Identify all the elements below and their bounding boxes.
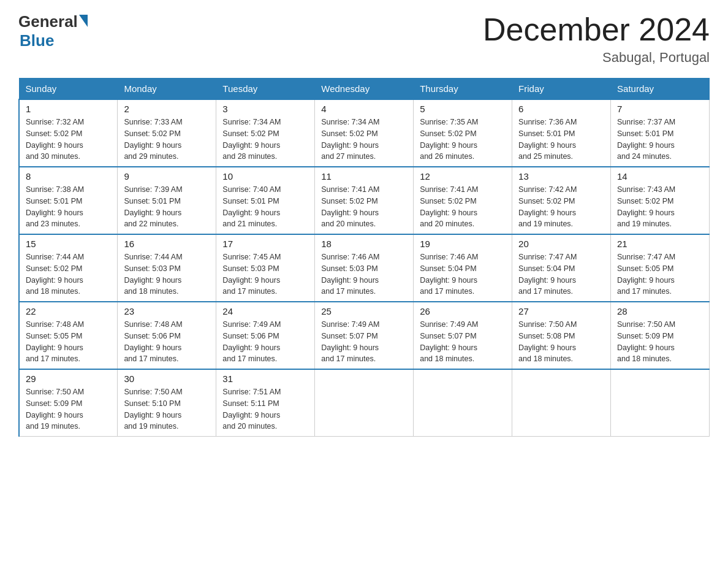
- day-cell-10: 10Sunrise: 7:40 AMSunset: 5:01 PMDayligh…: [216, 167, 315, 234]
- day-info: Sunrise: 7:34 AMSunset: 5:02 PMDaylight:…: [321, 117, 407, 163]
- day-cell-16: 16Sunrise: 7:44 AMSunset: 5:03 PMDayligh…: [118, 234, 216, 302]
- day-number: 16: [124, 239, 210, 249]
- day-cell-11: 11Sunrise: 7:41 AMSunset: 5:02 PMDayligh…: [315, 167, 414, 234]
- header-row: SundayMondayTuesdayWednesdayThursdayFrid…: [19, 79, 710, 100]
- day-cell-30: 30Sunrise: 7:50 AMSunset: 5:10 PMDayligh…: [118, 369, 216, 437]
- day-cell-8: 8Sunrise: 7:38 AMSunset: 5:01 PMDaylight…: [19, 167, 118, 234]
- day-number: 22: [26, 306, 111, 316]
- day-number: 24: [222, 306, 308, 316]
- day-cell-2: 2Sunrise: 7:33 AMSunset: 5:02 PMDaylight…: [118, 99, 216, 167]
- day-info: Sunrise: 7:50 AMSunset: 5:09 PMDaylight:…: [26, 386, 111, 432]
- day-info: Sunrise: 7:33 AMSunset: 5:02 PMDaylight:…: [124, 117, 210, 163]
- day-cell-19: 19Sunrise: 7:46 AMSunset: 5:04 PMDayligh…: [414, 234, 512, 302]
- day-cell-25: 25Sunrise: 7:49 AMSunset: 5:07 PMDayligh…: [315, 302, 414, 369]
- day-number: 28: [617, 306, 703, 316]
- page-header: General Blue December 2024 Sabugal, Port…: [18, 12, 710, 66]
- day-info: Sunrise: 7:43 AMSunset: 5:02 PMDaylight:…: [617, 184, 703, 230]
- day-cell-12: 12Sunrise: 7:41 AMSunset: 5:02 PMDayligh…: [414, 167, 512, 234]
- day-cell-22: 22Sunrise: 7:48 AMSunset: 5:05 PMDayligh…: [19, 302, 118, 369]
- logo: General Blue: [18, 12, 88, 50]
- day-info: Sunrise: 7:36 AMSunset: 5:01 PMDaylight:…: [518, 117, 604, 163]
- day-info: Sunrise: 7:50 AMSunset: 5:09 PMDaylight:…: [617, 319, 703, 365]
- day-cell-6: 6Sunrise: 7:36 AMSunset: 5:01 PMDaylight…: [512, 99, 611, 167]
- empty-cell: [414, 369, 512, 437]
- day-number: 4: [321, 104, 407, 114]
- day-cell-28: 28Sunrise: 7:50 AMSunset: 5:09 PMDayligh…: [611, 302, 710, 369]
- day-info: Sunrise: 7:32 AMSunset: 5:02 PMDaylight:…: [26, 117, 111, 163]
- calendar-table: SundayMondayTuesdayWednesdayThursdayFrid…: [18, 78, 710, 437]
- week-row-4: 22Sunrise: 7:48 AMSunset: 5:05 PMDayligh…: [19, 302, 710, 369]
- day-info: Sunrise: 7:41 AMSunset: 5:02 PMDaylight:…: [321, 184, 407, 230]
- day-cell-18: 18Sunrise: 7:46 AMSunset: 5:03 PMDayligh…: [315, 234, 414, 302]
- day-info: Sunrise: 7:37 AMSunset: 5:01 PMDaylight:…: [617, 117, 703, 163]
- week-row-3: 15Sunrise: 7:44 AMSunset: 5:02 PMDayligh…: [19, 234, 710, 302]
- day-number: 12: [420, 171, 506, 182]
- logo-triangle-icon: [79, 15, 88, 27]
- day-info: Sunrise: 7:44 AMSunset: 5:03 PMDaylight:…: [124, 251, 210, 297]
- day-number: 27: [518, 306, 604, 316]
- location-subtitle: Sabugal, Portugal: [483, 50, 710, 66]
- day-number: 25: [321, 306, 407, 316]
- day-number: 31: [222, 373, 308, 384]
- day-number: 29: [26, 373, 111, 384]
- day-number: 21: [617, 239, 703, 249]
- day-info: Sunrise: 7:35 AMSunset: 5:02 PMDaylight:…: [420, 117, 506, 163]
- week-row-5: 29Sunrise: 7:50 AMSunset: 5:09 PMDayligh…: [19, 369, 710, 437]
- header-tuesday: Tuesday: [216, 79, 315, 100]
- header-saturday: Saturday: [611, 79, 710, 100]
- logo-general-text: General: [18, 12, 78, 31]
- day-info: Sunrise: 7:51 AMSunset: 5:11 PMDaylight:…: [222, 386, 308, 432]
- empty-cell: [315, 369, 414, 437]
- day-cell-7: 7Sunrise: 7:37 AMSunset: 5:01 PMDaylight…: [611, 99, 710, 167]
- day-info: Sunrise: 7:40 AMSunset: 5:01 PMDaylight:…: [222, 184, 308, 230]
- day-info: Sunrise: 7:34 AMSunset: 5:02 PMDaylight:…: [222, 117, 308, 163]
- day-cell-27: 27Sunrise: 7:50 AMSunset: 5:08 PMDayligh…: [512, 302, 611, 369]
- logo-blue-text: Blue: [20, 31, 54, 50]
- day-info: Sunrise: 7:46 AMSunset: 5:04 PMDaylight:…: [420, 251, 506, 297]
- day-number: 15: [26, 239, 111, 249]
- header-friday: Friday: [512, 79, 611, 100]
- month-year-title: December 2024: [483, 12, 710, 47]
- day-info: Sunrise: 7:49 AMSunset: 5:06 PMDaylight:…: [222, 319, 308, 365]
- day-cell-3: 3Sunrise: 7:34 AMSunset: 5:02 PMDaylight…: [216, 99, 315, 167]
- day-number: 7: [617, 104, 703, 114]
- day-number: 8: [26, 171, 111, 182]
- header-monday: Monday: [118, 79, 216, 100]
- day-number: 11: [321, 171, 407, 182]
- day-info: Sunrise: 7:39 AMSunset: 5:01 PMDaylight:…: [124, 184, 210, 230]
- day-cell-20: 20Sunrise: 7:47 AMSunset: 5:04 PMDayligh…: [512, 234, 611, 302]
- day-info: Sunrise: 7:47 AMSunset: 5:04 PMDaylight:…: [518, 251, 604, 297]
- week-row-2: 8Sunrise: 7:38 AMSunset: 5:01 PMDaylight…: [19, 167, 710, 234]
- day-number: 17: [222, 239, 308, 249]
- day-number: 5: [420, 104, 506, 114]
- day-number: 23: [124, 306, 210, 316]
- day-number: 2: [124, 104, 210, 114]
- week-row-1: 1Sunrise: 7:32 AMSunset: 5:02 PMDaylight…: [19, 99, 710, 167]
- day-info: Sunrise: 7:44 AMSunset: 5:02 PMDaylight:…: [26, 251, 111, 297]
- day-number: 26: [420, 306, 506, 316]
- day-number: 19: [420, 239, 506, 249]
- day-info: Sunrise: 7:50 AMSunset: 5:08 PMDaylight:…: [518, 319, 604, 365]
- day-cell-23: 23Sunrise: 7:48 AMSunset: 5:06 PMDayligh…: [118, 302, 216, 369]
- day-number: 6: [518, 104, 604, 114]
- day-info: Sunrise: 7:46 AMSunset: 5:03 PMDaylight:…: [321, 251, 407, 297]
- day-number: 30: [124, 373, 210, 384]
- empty-cell: [611, 369, 710, 437]
- header-wednesday: Wednesday: [315, 79, 414, 100]
- day-cell-21: 21Sunrise: 7:47 AMSunset: 5:05 PMDayligh…: [611, 234, 710, 302]
- day-cell-1: 1Sunrise: 7:32 AMSunset: 5:02 PMDaylight…: [19, 99, 118, 167]
- day-info: Sunrise: 7:38 AMSunset: 5:01 PMDaylight:…: [26, 184, 111, 230]
- header-sunday: Sunday: [19, 79, 118, 100]
- title-area: December 2024 Sabugal, Portugal: [483, 12, 710, 66]
- day-info: Sunrise: 7:48 AMSunset: 5:05 PMDaylight:…: [26, 319, 111, 365]
- day-cell-9: 9Sunrise: 7:39 AMSunset: 5:01 PMDaylight…: [118, 167, 216, 234]
- header-thursday: Thursday: [414, 79, 512, 100]
- day-info: Sunrise: 7:47 AMSunset: 5:05 PMDaylight:…: [617, 251, 703, 297]
- day-number: 14: [617, 171, 703, 182]
- day-info: Sunrise: 7:42 AMSunset: 5:02 PMDaylight:…: [518, 184, 604, 230]
- day-number: 20: [518, 239, 604, 249]
- day-info: Sunrise: 7:48 AMSunset: 5:06 PMDaylight:…: [124, 319, 210, 365]
- day-info: Sunrise: 7:45 AMSunset: 5:03 PMDaylight:…: [222, 251, 308, 297]
- day-number: 9: [124, 171, 210, 182]
- day-cell-13: 13Sunrise: 7:42 AMSunset: 5:02 PMDayligh…: [512, 167, 611, 234]
